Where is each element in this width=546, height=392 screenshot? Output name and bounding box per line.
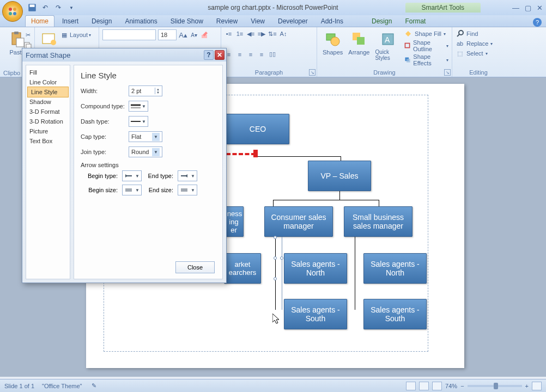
nav-line-color[interactable]: Line Color	[26, 77, 70, 87]
tab-smartart-design[interactable]: Design	[366, 16, 397, 27]
columns-icon[interactable]: ▯▯	[268, 50, 277, 59]
close-window-icon[interactable]: ✕	[537, 4, 543, 12]
nav-3d-format[interactable]: 3-D Format	[26, 107, 70, 117]
selected-connector[interactable]	[282, 237, 282, 310]
font-family-combo[interactable]	[102, 29, 156, 40]
layout-button[interactable]: ▦Layout▾	[60, 30, 91, 39]
dialog-title-bar[interactable]: Format Shape ? ✕	[22, 48, 226, 62]
shrink-font-icon[interactable]: A▾	[190, 30, 198, 39]
dialog-close-icon[interactable]: ✕	[215, 50, 225, 60]
dash-type-dropdown[interactable]: ▼	[129, 116, 148, 127]
zoom-out-icon[interactable]: −	[460, 383, 464, 389]
numbering-icon[interactable]: 1≡	[235, 29, 244, 38]
shape-effects-button[interactable]: Shape Effects▾	[404, 53, 448, 66]
line-spacing-icon[interactable]: ⇅≡	[268, 29, 277, 38]
org-box-agents-south-2[interactable]: Sales agents - South	[363, 299, 427, 329]
nav-text-box[interactable]: Text Box	[26, 136, 70, 146]
spin-down-icon[interactable]: ▼	[156, 91, 160, 94]
tab-smartart-format[interactable]: Format	[399, 16, 431, 27]
nav-shadow[interactable]: Shadow	[26, 97, 70, 107]
org-box-smallbiz-mgr[interactable]: Small business sales manager	[344, 206, 412, 237]
connector-handle[interactable]	[253, 150, 258, 157]
redo-icon[interactable]: ↷	[53, 3, 63, 13]
join-type-dropdown[interactable]: Round▼	[129, 146, 162, 157]
sorter-view-button[interactable]	[419, 382, 429, 390]
undo-icon[interactable]: ↶	[40, 3, 50, 13]
select-button[interactable]: ⬚Select▾	[456, 49, 501, 58]
org-box-market-research-cut[interactable]: arket earchers	[224, 253, 261, 284]
org-box-biz-mgr-cut[interactable]: iness ing er	[224, 206, 244, 237]
cap-type-dropdown[interactable]: Flat▼	[129, 131, 162, 142]
tab-home[interactable]: Home	[25, 15, 54, 27]
tab-view[interactable]: View	[245, 16, 270, 27]
grow-font-icon[interactable]: A▴	[179, 30, 187, 39]
normal-view-button[interactable]	[406, 382, 416, 390]
decrease-indent-icon[interactable]: ◀≡	[246, 29, 255, 38]
shape-outline-button[interactable]: Shape Outline▾	[404, 39, 448, 52]
text-direction-icon[interactable]: A↕	[279, 29, 288, 38]
resize-handle-icon[interactable]	[280, 256, 283, 260]
org-box-ceo[interactable]: CEO	[226, 114, 289, 144]
cut-icon[interactable]: ✂	[23, 30, 32, 39]
nav-picture[interactable]: Picture	[26, 126, 70, 136]
shape-fill-button[interactable]: Shape Fill▾	[404, 29, 448, 38]
begin-type-dropdown[interactable]: ▼	[122, 170, 142, 181]
fit-view-button[interactable]	[532, 382, 542, 390]
align-right-icon[interactable]: ≡	[246, 50, 255, 59]
connector	[379, 200, 379, 206]
drawing-launcher-icon[interactable]: ↘	[444, 69, 451, 76]
dialog-help-icon[interactable]: ?	[204, 50, 214, 60]
resize-handle-icon[interactable]	[274, 277, 277, 280]
resize-handle-icon[interactable]	[274, 236, 277, 239]
quick-styles-button[interactable]: AQuick Styles	[373, 29, 403, 66]
compound-type-dropdown[interactable]: ▼	[129, 101, 148, 112]
increase-indent-icon[interactable]: ≡▶	[257, 29, 266, 38]
org-box-agents-north-2[interactable]: Sales agents - North	[363, 253, 427, 284]
tab-review[interactable]: Review	[211, 16, 243, 27]
tab-insert[interactable]: Insert	[57, 16, 84, 27]
clear-format-icon[interactable]	[201, 30, 209, 39]
org-box-vp-sales[interactable]: VP – Sales	[308, 161, 371, 191]
end-type-dropdown[interactable]: ▼	[178, 170, 197, 181]
save-icon[interactable]	[27, 3, 37, 13]
nav-3d-rotation[interactable]: 3-D Rotation	[26, 117, 70, 126]
bullets-icon[interactable]: •≡	[225, 29, 233, 38]
minimize-icon[interactable]: —	[512, 4, 519, 12]
end-size-dropdown[interactable]: ▼	[178, 185, 197, 195]
paragraph-launcher-icon[interactable]: ↘	[309, 69, 316, 76]
resize-handle-icon[interactable]	[274, 256, 277, 260]
shapes-button[interactable]: Shapes	[320, 29, 345, 66]
nav-line-style[interactable]: Line Style	[27, 87, 69, 97]
begin-size-dropdown[interactable]: ▼	[122, 185, 142, 195]
org-box-agents-south-1[interactable]: Sales agents - South	[284, 299, 347, 329]
nav-fill[interactable]: Fill	[26, 68, 70, 77]
drawing-group-label: Drawing	[320, 68, 448, 76]
replace-button[interactable]: abReplace▾	[456, 39, 501, 48]
slideshow-view-button[interactable]	[432, 382, 442, 390]
zoom-slider[interactable]	[468, 385, 522, 387]
restore-icon[interactable]: ▢	[525, 4, 531, 12]
arrange-button[interactable]: Arrange	[346, 29, 372, 66]
qat-dropdown-icon[interactable]: ▼	[66, 3, 76, 13]
align-center-icon[interactable]: ≡	[235, 50, 244, 59]
connector	[275, 237, 276, 310]
new-slide-button[interactable]	[38, 29, 60, 49]
dialog-nav: Fill Line Color Line Style Shadow 3-D Fo…	[26, 65, 70, 279]
org-box-agents-north-1[interactable]: Sales agents - North	[284, 253, 347, 284]
help-icon[interactable]: ?	[533, 18, 542, 27]
tab-addins[interactable]: Add-Ins	[316, 16, 349, 27]
tab-animations[interactable]: Animations	[119, 16, 162, 27]
close-button[interactable]: Close	[175, 261, 215, 273]
spellcheck-icon[interactable]: ✎	[89, 382, 98, 390]
tab-design[interactable]: Design	[86, 16, 117, 27]
selected-connector-red[interactable]	[226, 153, 256, 155]
width-spinner[interactable]: 2 pt▲▼	[129, 85, 162, 96]
find-button[interactable]: Find	[456, 29, 501, 38]
org-box-consumer-mgr[interactable]: Consumer sales manager	[264, 206, 333, 237]
office-button[interactable]	[2, 1, 23, 22]
tab-slideshow[interactable]: Slide Show	[165, 16, 209, 27]
justify-icon[interactable]: ≡	[257, 50, 266, 59]
tab-developer[interactable]: Developer	[272, 16, 313, 27]
zoom-in-icon[interactable]: +	[525, 383, 529, 389]
font-size-combo[interactable]: 18	[158, 29, 177, 40]
